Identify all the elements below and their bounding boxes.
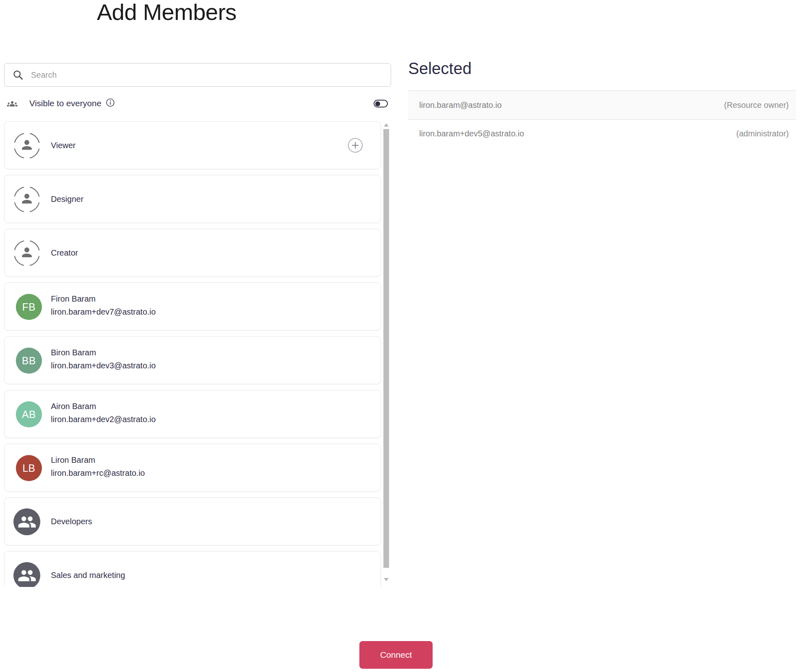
search-input[interactable] bbox=[31, 70, 373, 80]
user-email: liron.baram+rc@astrato.io bbox=[51, 468, 145, 478]
user-name: Firon Baram bbox=[51, 294, 96, 304]
connect-button[interactable]: Connect bbox=[359, 641, 433, 669]
dialog-title: Add Members bbox=[97, 1, 236, 24]
user-name: Biron Baram bbox=[51, 348, 96, 357]
scrollbar-thumb[interactable] bbox=[383, 129, 389, 568]
user-name: Liron Baram bbox=[51, 455, 95, 465]
user-avatar: LB bbox=[16, 455, 42, 481]
member-list-item-user[interactable]: BB Biron Baram liron.baram+dev3@astrato.… bbox=[4, 336, 381, 384]
add-members-dialog: Add Members Visible to everyone Vie bbox=[0, 0, 803, 672]
group-label: Sales and marketing bbox=[51, 571, 125, 580]
visibility-label: Visible to everyone bbox=[29, 99, 101, 108]
member-list-viewport: Viewer Designer Creator bbox=[4, 121, 390, 587]
role-label: Viewer bbox=[51, 141, 76, 150]
plus-icon[interactable] bbox=[348, 138, 363, 153]
person-dashed-circle-icon bbox=[13, 186, 41, 213]
selected-member-email: liron.baram+dev5@astrato.io bbox=[419, 129, 524, 138]
info-icon[interactable] bbox=[106, 98, 115, 107]
selected-member-email: liron.baram@astrato.io bbox=[419, 101, 502, 110]
person-dashed-circle-icon bbox=[13, 132, 41, 160]
toggle-knob bbox=[375, 101, 380, 106]
role-label: Creator bbox=[51, 248, 78, 258]
member-list: Viewer Designer Creator bbox=[4, 121, 381, 587]
member-list-item-user[interactable]: AB Airon Baram liron.baram+dev2@astrato.… bbox=[4, 390, 381, 438]
group-label: Developers bbox=[51, 517, 92, 526]
user-avatar: BB bbox=[16, 348, 42, 374]
member-list-item-group[interactable]: Developers bbox=[4, 497, 381, 545]
member-list-item-role[interactable]: Creator bbox=[4, 229, 381, 277]
search-icon bbox=[13, 70, 24, 81]
selected-heading: Selected bbox=[408, 60, 472, 77]
selected-member-role: (Resource owner) bbox=[724, 101, 789, 110]
member-list-item-role[interactable]: Viewer bbox=[4, 121, 381, 169]
role-label: Designer bbox=[51, 195, 83, 204]
user-name: Airon Baram bbox=[51, 402, 96, 411]
people-circle-icon bbox=[13, 562, 40, 587]
visibility-row: Visible to everyone bbox=[4, 97, 388, 111]
people-circle-icon bbox=[13, 508, 40, 535]
search-box bbox=[4, 63, 391, 87]
member-list-item-user[interactable]: LB Liron Baram liron.baram+rc@astrato.io bbox=[4, 444, 381, 492]
selected-list: liron.baram@astrato.io (Resource owner) … bbox=[408, 90, 796, 148]
member-list-scrollbar bbox=[383, 121, 389, 587]
user-avatar: FB bbox=[16, 294, 42, 320]
user-email: liron.baram+dev3@astrato.io bbox=[51, 361, 156, 370]
member-list-item-role[interactable]: Designer bbox=[4, 175, 381, 223]
visibility-toggle[interactable] bbox=[374, 100, 388, 107]
member-list-item-group[interactable]: Sales and marketing bbox=[4, 551, 381, 587]
person-dashed-circle-icon bbox=[13, 239, 41, 267]
member-list-item-user[interactable]: FB Firon Baram liron.baram+dev7@astrato.… bbox=[4, 282, 381, 331]
groups-icon bbox=[5, 99, 20, 109]
selected-member-row[interactable]: liron.baram@astrato.io (Resource owner) bbox=[408, 91, 796, 119]
user-email: liron.baram+dev7@astrato.io bbox=[51, 307, 156, 317]
user-avatar: AB bbox=[16, 401, 42, 427]
triangle-up-icon[interactable] bbox=[384, 123, 389, 127]
selected-member-role: (administrator) bbox=[736, 129, 789, 138]
user-email: liron.baram+dev2@astrato.io bbox=[51, 415, 156, 424]
selected-member-row[interactable]: liron.baram+dev5@astrato.io (administrat… bbox=[408, 119, 796, 148]
triangle-down-icon[interactable] bbox=[384, 578, 389, 581]
